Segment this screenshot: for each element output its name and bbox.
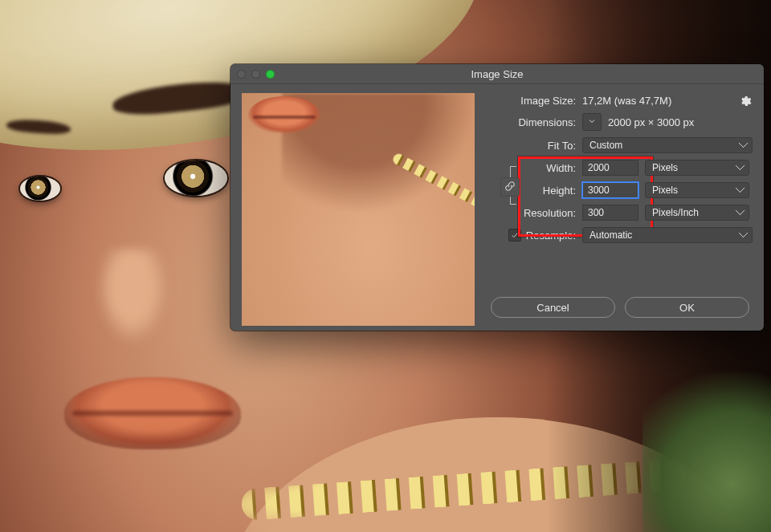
resample-checkbox[interactable] [508,229,521,242]
dialog-title: Image Size [230,68,764,80]
height-unit-select[interactable]: Pixels [645,182,749,198]
bg-shape [72,411,233,416]
check-icon [511,229,519,242]
cancel-button[interactable]: Cancel [491,297,615,318]
bg-shape [96,249,169,345]
chevron-down-icon [587,116,597,128]
settings-gear-button[interactable] [738,95,753,109]
ok-button[interactable]: OK [625,297,749,318]
resolution-input[interactable] [582,205,638,221]
image-size-dialog: Image Size Image Size: 17,2M (was 47,7M) [230,64,764,331]
titlebar[interactable]: Image Size [230,64,764,84]
fit-to-label: Fit To: [487,140,576,152]
image-size-label: Image Size: [487,95,576,107]
width-label: Width: [487,162,576,174]
gear-icon [739,95,752,110]
link-icon [504,181,516,194]
bg-shape [165,160,227,196]
image-size-value: 17,2M (was 47,7M) [582,95,671,107]
width-input[interactable] [582,160,638,176]
window-minimize-button[interactable] [251,70,260,79]
dimensions-unit-dropdown[interactable] [582,113,602,131]
width-unit-select[interactable]: Pixels [645,160,749,176]
image-preview[interactable] [242,93,475,326]
controls-panel: Image Size: 17,2M (was 47,7M) Dimensions… [487,93,753,319]
fit-to-select[interactable]: Custom [582,137,753,153]
resolution-unit-select[interactable]: Pixels/Inch [645,205,749,221]
resample-label: Resample: [526,229,576,242]
window-zoom-button[interactable] [266,70,275,79]
constrain-proportions-toggle[interactable] [500,177,520,197]
resample-method-select[interactable]: Automatic [582,227,753,243]
dimensions-label: Dimensions: [487,116,576,128]
window-controls [237,70,275,79]
height-input[interactable] [582,182,638,198]
dimensions-value: 2000 px × 3000 px [608,116,694,128]
bg-shape [248,96,320,133]
window-close-button[interactable] [237,70,246,79]
bg-shape [253,116,316,119]
bg-shape [20,177,60,201]
bg-shape [642,372,771,532]
resolution-label: Resolution: [487,207,576,219]
